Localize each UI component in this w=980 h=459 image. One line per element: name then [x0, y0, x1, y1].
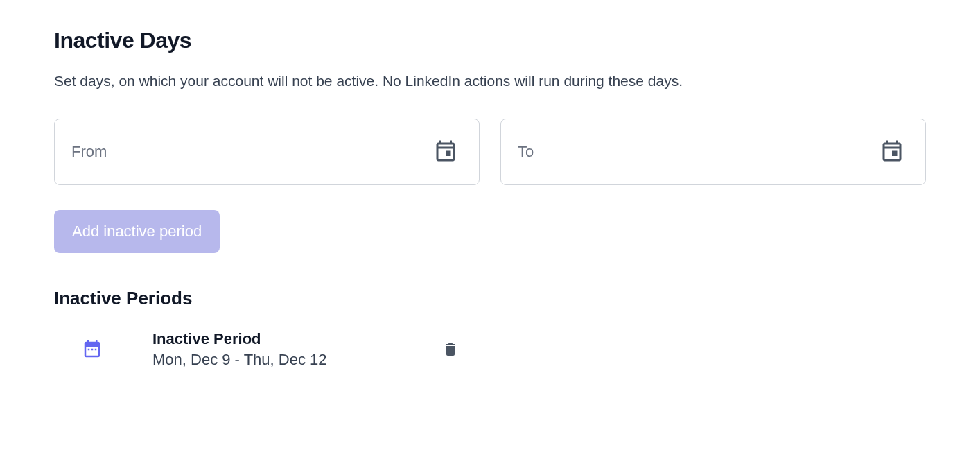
from-date-label: From	[71, 143, 429, 161]
add-inactive-period-button[interactable]: Add inactive period	[54, 210, 220, 253]
date-fields-row: From To	[54, 119, 926, 185]
inactive-period-text: Inactive Period Mon, Dec 9 - Thu, Dec 12	[152, 330, 327, 369]
inactive-period-row: Inactive Period Mon, Dec 9 - Thu, Dec 12	[54, 330, 926, 369]
to-date-label: To	[518, 143, 875, 161]
page-description: Set days, on which your account will not…	[54, 73, 926, 89]
calendar-icon	[433, 139, 458, 164]
from-date-field[interactable]: From	[54, 119, 480, 185]
from-calendar-button[interactable]	[429, 135, 462, 168]
calendar-icon	[880, 139, 904, 164]
inactive-periods-title: Inactive Periods	[54, 288, 926, 309]
page-title: Inactive Days	[54, 28, 926, 53]
calendar-range-icon	[82, 339, 103, 360]
inactive-period-range: Mon, Dec 9 - Thu, Dec 12	[152, 351, 327, 369]
trash-icon	[442, 340, 459, 359]
to-calendar-button[interactable]	[875, 135, 909, 168]
to-date-field[interactable]: To	[500, 119, 926, 185]
inactive-period-label: Inactive Period	[152, 330, 327, 348]
delete-period-button[interactable]	[438, 336, 463, 363]
